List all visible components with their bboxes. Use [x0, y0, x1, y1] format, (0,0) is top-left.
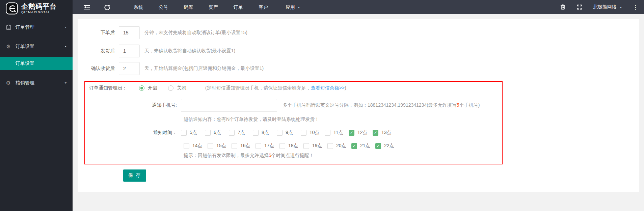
chevron-down-icon: ▼: [64, 82, 68, 84]
save-button[interactable]: 保 存: [123, 169, 146, 182]
radio-off-label: 关闭: [177, 85, 186, 91]
radio-option-on[interactable]: 开启: [139, 85, 157, 91]
hour-checkbox-item[interactable]: 19点: [303, 143, 327, 149]
top-nav-apps-label: 应用: [286, 0, 295, 14]
sidebar-subitem-order-settings-active[interactable]: 订单设置: [0, 57, 73, 70]
hour-checkbox[interactable]: [184, 143, 189, 149]
top-nav-item[interactable]: 资产: [201, 0, 226, 14]
hour-checkbox-item[interactable]: 22点: [375, 143, 399, 149]
hour-checkbox[interactable]: [303, 143, 309, 149]
sms-content-text: 短信通知内容：您有N个订单待发货，请及时登陆系统处理发货！: [184, 116, 319, 123]
hour-checkbox-item[interactable]: 9点: [277, 130, 301, 136]
notify-time-row-2: 14点 15点 16点: [85, 142, 502, 149]
app-root: 企鹅码平台 QIEMAPINGTAI 订单管理 ▼ ⚙: [0, 0, 644, 211]
refresh-icon[interactable]: [104, 4, 110, 10]
collapse-menu-icon[interactable]: [83, 4, 90, 10]
sms-balance-link[interactable]: 查看短信余额>>: [311, 85, 345, 90]
hour-label: 22点: [384, 143, 394, 149]
hour-label: 9点: [286, 130, 293, 136]
hour-label: 20点: [336, 143, 346, 149]
top-bar: 系统 公号 码库 资产 订单 客户 应用 ▼: [73, 0, 644, 14]
commission-settle-days-input[interactable]: [119, 62, 140, 75]
hour-checkbox-item[interactable]: 10点: [301, 130, 325, 136]
chevron-down-icon: ▼: [64, 26, 68, 29]
hour-checkbox-item[interactable]: 14点: [184, 143, 208, 149]
kebab-menu-icon[interactable]: ⋮: [633, 4, 637, 11]
hour-checkbox[interactable]: [181, 130, 187, 136]
hour-checkbox-item[interactable]: 6点: [205, 130, 229, 136]
unpaid-cancel-minutes-input[interactable]: [119, 26, 140, 39]
hour-checkbox-item[interactable]: 15点: [208, 143, 232, 149]
account-dropdown[interactable]: 北极熊网络 ▼: [593, 4, 622, 10]
radio-on-icon[interactable]: [139, 85, 144, 91]
radio-off-icon[interactable]: [168, 85, 173, 91]
chevron-down-icon: ▼: [619, 6, 622, 9]
field-description: 天，开始结算佣金(包括门店返佣和分销佣金，最小设置1): [144, 65, 264, 72]
hour-checkbox-item[interactable]: 18点: [279, 143, 303, 149]
hour-label: 5点: [190, 130, 197, 136]
hour-checkbox[interactable]: [351, 143, 357, 149]
trash-icon[interactable]: [559, 4, 566, 10]
top-nav: 系统 公号 码库 资产 订单 客户: [126, 0, 276, 14]
hour-label: 14点: [192, 143, 203, 149]
hour-checkbox-item[interactable]: 5点: [181, 130, 205, 136]
sidebar-item-writeoff-management[interactable]: ⚙ 核销管理 ▼: [0, 75, 73, 90]
brand-title: 企鹅码平台: [21, 3, 57, 10]
top-nav-item[interactable]: 系统: [126, 0, 151, 14]
top-nav-item[interactable]: 客户: [251, 0, 276, 14]
fullscreen-icon[interactable]: [576, 4, 583, 10]
hour-checkbox[interactable]: [279, 143, 285, 149]
hour-checkbox[interactable]: [229, 130, 235, 136]
top-nav-item[interactable]: 订单: [226, 0, 251, 14]
hour-label: 15点: [216, 143, 226, 149]
phone-field-label: 通知手机号:: [85, 102, 177, 108]
form-row-auto-confirm: 发货后 天，未确认收货将自动确认收货(最小设置1): [78, 45, 235, 57]
hour-checkbox[interactable]: [256, 143, 261, 149]
hour-checkbox-item[interactable]: 20点: [327, 143, 351, 149]
top-nav-item-apps[interactable]: 应用 ▼: [278, 0, 308, 14]
auto-confirm-days-input[interactable]: [119, 45, 140, 57]
hour-checkbox[interactable]: [208, 143, 213, 149]
notify-toggle-row: 订单通知管理员： 开启 关闭 (定时短信通知管理员手机，请保证短信余额充足，查看…: [85, 83, 502, 93]
hour-checkbox-item[interactable]: 8点: [253, 130, 277, 136]
hour-checkbox-item[interactable]: 13点: [373, 130, 397, 136]
account-name: 北极熊网络: [593, 4, 617, 10]
hour-checkbox[interactable]: [232, 143, 237, 149]
hours-row-2: 14点 15点 16点: [184, 143, 399, 149]
field-label: 发货后: [78, 48, 115, 54]
hour-checkbox[interactable]: [205, 130, 211, 136]
radio-option-off[interactable]: 关闭: [168, 85, 186, 91]
hour-label: 19点: [312, 143, 322, 149]
hour-checkbox-item[interactable]: 21点: [351, 143, 375, 149]
top-nav-item[interactable]: 码库: [176, 0, 201, 14]
hour-checkbox-item[interactable]: 12点: [349, 130, 373, 136]
hour-checkbox[interactable]: [373, 130, 378, 136]
sidebar-item-order-management[interactable]: 订单管理 ▼: [0, 20, 73, 35]
hour-checkbox-item[interactable]: 11点: [325, 130, 349, 136]
hour-checkbox[interactable]: [375, 143, 381, 149]
hour-checkbox[interactable]: [349, 130, 354, 136]
hour-checkbox-item[interactable]: 16点: [232, 143, 256, 149]
top-nav-item[interactable]: 公号: [151, 0, 176, 14]
hour-label: 18点: [288, 143, 298, 149]
clipboard-icon: [6, 25, 14, 30]
notify-time-row-1: 通知时间： 5点 6点: [85, 129, 502, 136]
hour-checkbox[interactable]: [253, 130, 259, 136]
hour-checkbox[interactable]: [325, 130, 330, 136]
notify-tip-row: 提示：因短信有发送限制，最多允许选择5个时间点进行提醒！: [85, 152, 502, 159]
gear-icon: ⚙: [6, 80, 14, 86]
field-label: 确认收货后: [78, 65, 115, 72]
notify-phone-input[interactable]: [181, 99, 277, 112]
hour-checkbox-item[interactable]: 17点: [256, 143, 279, 149]
gear-icon: ⚙: [6, 44, 14, 50]
notify-admin-section: 订单通知管理员： 开启 关闭 (定时短信通知管理员手机，请保证短信余额充足，查看…: [84, 81, 503, 164]
main-content: 下单后 分钟，未支付完成将自动取消该订单(最小设置15) 发货后 天，未确认收货…: [73, 14, 644, 211]
hour-checkbox-item[interactable]: 7点: [229, 130, 253, 136]
hour-label: 13点: [381, 130, 392, 136]
hour-label: 11点: [333, 130, 343, 136]
hour-checkbox[interactable]: [277, 130, 283, 136]
hour-checkbox[interactable]: [327, 143, 333, 149]
hour-checkbox[interactable]: [301, 130, 306, 136]
sidebar-item-order-settings[interactable]: ⚙ 订单设置 ▲: [0, 39, 73, 54]
form-row-order-cancel: 下单后 分钟，未支付完成将自动取消该订单(最小设置15): [78, 26, 247, 39]
